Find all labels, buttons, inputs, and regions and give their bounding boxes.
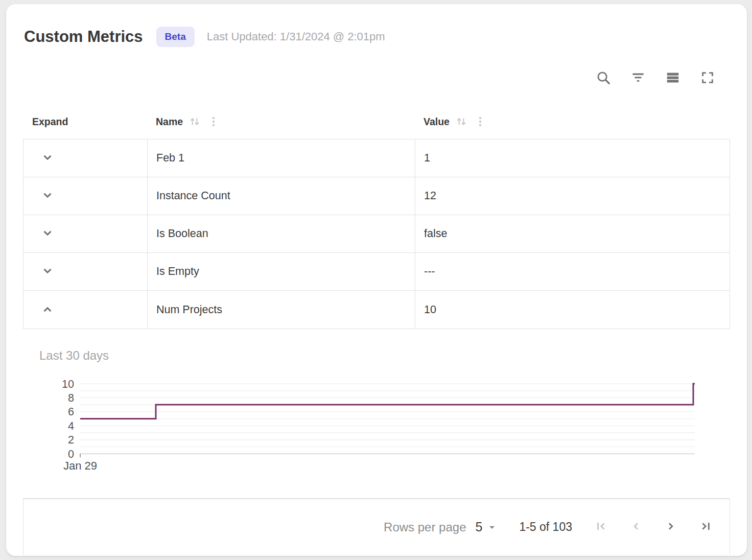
row-name-cell: Is Boolean — [148, 215, 415, 252]
first-page-icon — [594, 519, 608, 535]
row-name-cell: Is Empty — [148, 253, 415, 290]
svg-text:2: 2 — [68, 434, 74, 446]
density-icon — [665, 70, 680, 87]
expand-cell — [24, 253, 148, 290]
expand-cell — [24, 177, 148, 215]
svg-text:Jan 29: Jan 29 — [63, 459, 97, 472]
expand-cell — [24, 139, 148, 177]
collapse-row-button[interactable] — [37, 299, 58, 320]
table-row: Instance Count 12 — [24, 177, 730, 215]
chevron-down-icon — [40, 188, 55, 204]
expand-row-button[interactable] — [37, 261, 58, 283]
column-menu-icon[interactable] — [468, 115, 486, 128]
custom-metrics-card: Custom Metrics Beta Last Updated: 1/31/2… — [6, 4, 747, 556]
fullscreen-icon — [700, 70, 715, 87]
chevron-up-icon — [40, 302, 55, 317]
pagination-controls — [590, 516, 717, 539]
row-value-cell: false — [415, 215, 730, 252]
svg-text:10: 10 — [62, 380, 74, 390]
row-value-cell: 1 — [415, 139, 730, 177]
svg-text:0: 0 — [68, 448, 74, 460]
row-value-cell: 12 — [415, 177, 730, 215]
grid-toolbar — [592, 66, 719, 90]
expand-cell — [24, 215, 148, 252]
table-row: Is Boolean false — [24, 215, 730, 253]
row-value-cell: --- — [415, 253, 730, 290]
last-page-button[interactable] — [694, 516, 717, 539]
table-row: Num Projects 10 — [24, 291, 730, 329]
chevron-down-icon — [40, 150, 55, 166]
expand-row-button[interactable] — [37, 185, 58, 207]
column-menu-icon[interactable] — [201, 115, 220, 128]
rows-per-page-label: Rows per page — [384, 520, 466, 534]
row-name-cell: Num Projects — [148, 291, 415, 329]
density-button[interactable] — [661, 66, 685, 90]
column-header-label: Expand — [32, 116, 68, 128]
search-button[interactable] — [592, 66, 615, 90]
expand-row-button[interactable] — [37, 148, 58, 169]
last-page-icon — [698, 519, 713, 535]
next-page-button[interactable] — [659, 516, 683, 539]
previous-page-button — [624, 516, 648, 539]
page-range-label: 1-5 of 103 — [519, 520, 572, 534]
column-header-label: Name — [156, 116, 183, 128]
sort-icon[interactable] — [450, 115, 468, 128]
fullscreen-button[interactable] — [696, 66, 719, 90]
chart-title: Last 30 days — [39, 348, 109, 363]
beta-badge: Beta — [156, 27, 195, 47]
svg-text:4: 4 — [68, 420, 74, 432]
table-body: Feb 1 1 Instance Count 12 Is Boolean — [23, 139, 730, 329]
table-row: Feb 1 1 — [24, 139, 730, 177]
page-title: Custom Metrics — [24, 28, 143, 46]
column-header-expand: Expand — [23, 116, 147, 128]
chevron-down-icon — [40, 226, 55, 242]
column-header-label: Value — [424, 116, 450, 128]
search-icon — [596, 70, 611, 87]
rows-per-page-select[interactable]: 5 — [476, 520, 499, 534]
sort-icon[interactable] — [183, 115, 201, 128]
table-row: Is Empty --- — [24, 253, 730, 291]
chevron-left-icon — [629, 519, 643, 535]
filter-icon — [630, 70, 646, 87]
column-header-value[interactable]: Value — [415, 115, 730, 128]
caret-down-icon — [485, 521, 499, 534]
svg-text:6: 6 — [68, 406, 74, 418]
row-name-cell: Feb 1 — [148, 139, 415, 177]
rows-per-page-value: 5 — [476, 520, 483, 534]
chevron-right-icon — [664, 519, 678, 535]
pagination-footer: Rows per page 5 1-5 of 103 — [23, 498, 730, 555]
chevron-down-icon — [40, 264, 55, 279]
metrics-table: Expand Name Value Feb 1 1 — [23, 104, 730, 329]
row-value-cell: 10 — [415, 291, 730, 329]
first-page-button — [590, 516, 613, 539]
row-name-cell: Instance Count — [148, 177, 415, 215]
expand-cell — [24, 291, 148, 329]
table-header-row: Expand Name Value — [23, 104, 730, 139]
expand-row-button[interactable] — [37, 223, 58, 245]
column-header-name[interactable]: Name — [147, 115, 415, 128]
svg-text:8: 8 — [68, 392, 74, 404]
last-updated-text: Last Updated: 1/31/2024 @ 2:01pm — [207, 30, 385, 43]
card-header: Custom Metrics Beta Last Updated: 1/31/2… — [24, 27, 385, 47]
filter-button[interactable] — [626, 66, 650, 90]
num-projects-chart: 0246810Jan 29 — [23, 380, 697, 473]
